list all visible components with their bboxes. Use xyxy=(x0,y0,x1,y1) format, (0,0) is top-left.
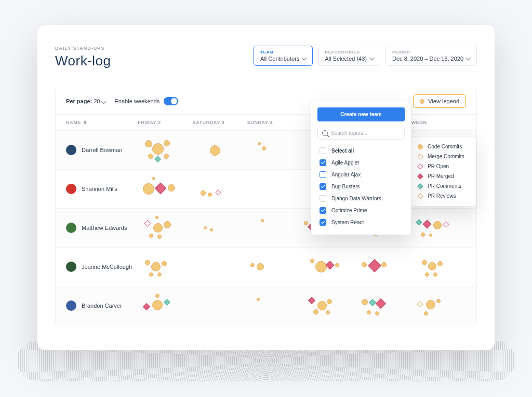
checkbox-icon xyxy=(320,159,326,166)
select-all-row[interactable]: Select all xyxy=(317,145,405,157)
avatar xyxy=(66,184,76,194)
eyebrow: DAILY STAND-UPS xyxy=(55,46,111,51)
chevron-down-icon xyxy=(466,56,471,61)
user-name: Darrell Bowman xyxy=(82,147,122,153)
legend-label: PR Comments xyxy=(428,183,461,189)
avatar xyxy=(66,300,76,311)
team-option-label: Optimize Prime xyxy=(331,208,367,213)
weekends-label: Enable weekends xyxy=(115,98,160,104)
column-day[interactable]: WEDN xyxy=(411,120,466,125)
filter-team[interactable]: TEAM All Contributors xyxy=(254,46,313,66)
checkbox-icon xyxy=(320,183,326,190)
team-option[interactable]: Agile Applet xyxy=(317,157,405,169)
legend-item: PR Reviews xyxy=(418,191,470,201)
chevron-down-icon xyxy=(369,56,375,61)
column-day[interactable]: SATURDAY 3 xyxy=(192,120,247,125)
team-option[interactable]: System React xyxy=(317,216,405,228)
legend-item: PR Comments xyxy=(418,181,470,191)
legend-shape-icon xyxy=(418,154,423,159)
team-option[interactable]: Bug Busters xyxy=(317,181,405,193)
legend-shape-icon xyxy=(417,183,423,189)
team-option[interactable]: Angular Ajax xyxy=(317,169,405,181)
filter-repositories[interactable]: REPOSITORIES All Selected (43) xyxy=(318,46,380,66)
checkbox-icon xyxy=(320,195,326,202)
user-name: Brandon Carver xyxy=(82,303,122,309)
filter-period-label: PERIOD xyxy=(392,50,470,54)
team-option[interactable]: Django Data Warriors xyxy=(317,193,405,204)
user-name: Matthew Edwards xyxy=(82,225,127,231)
search-icon xyxy=(322,130,328,136)
page-title: Work-log xyxy=(55,53,111,69)
legend-label: PR Open xyxy=(428,163,449,169)
checkbox-icon xyxy=(320,207,326,214)
legend-shape-icon xyxy=(418,144,423,149)
legend-label: Merge Commits xyxy=(428,154,464,159)
user-name: Joanne McCullough xyxy=(82,264,132,270)
checkbox-icon xyxy=(320,147,326,154)
filter-repos-label: REPOSITORIES xyxy=(325,50,374,54)
team-option[interactable]: Optimize Prime xyxy=(317,204,405,216)
view-legend-button[interactable]: View legend xyxy=(413,94,466,108)
avatar xyxy=(66,223,76,233)
create-team-button[interactable]: Create new team xyxy=(317,107,405,121)
filter-period-value: Dec 8, 2020 – Dec 16, 2020 xyxy=(392,56,463,62)
chevron-down-icon xyxy=(101,99,106,104)
worklog-table: Per page: 20 Enable weekends View legend… xyxy=(55,88,477,325)
chevron-down-icon xyxy=(302,56,307,61)
table-row: Brandon Carver xyxy=(56,286,476,325)
filter-team-label: TEAM xyxy=(260,50,306,54)
checkbox-icon xyxy=(320,171,326,178)
team-option-label: Django Data Warriors xyxy=(331,196,381,201)
avatar xyxy=(66,262,76,272)
legend-shape-icon xyxy=(417,173,423,179)
legend-item: Merge Commits xyxy=(418,152,470,161)
table-row: Joanne McCullough xyxy=(56,247,476,286)
team-option-label: Agile Applet xyxy=(331,160,359,166)
legend-popover: Code CommitsMerge CommitsPR OpenPR Merge… xyxy=(411,136,476,207)
legend-shape-icon xyxy=(417,163,423,169)
team-search[interactable] xyxy=(317,127,405,140)
per-page-label: Per page: xyxy=(66,98,92,104)
legend-label: PR Merged xyxy=(428,173,454,179)
legend-button-label: View legend xyxy=(428,98,459,104)
legend-item: Code Commits xyxy=(418,142,470,152)
legend-label: PR Reviews xyxy=(428,193,456,199)
filter-team-value: All Contributors xyxy=(260,56,299,62)
avatar xyxy=(66,145,76,155)
team-option-label: Bug Busters xyxy=(331,184,360,189)
team-search-input[interactable] xyxy=(331,130,400,136)
weekends-toggle[interactable] xyxy=(164,97,178,105)
team-dropdown: Create new team Select all Agile AppletA… xyxy=(311,101,411,235)
column-day[interactable]: SUNDAY 4 xyxy=(247,120,302,125)
per-page-select[interactable]: 20 xyxy=(94,98,105,104)
legend-dot-icon xyxy=(420,99,424,104)
team-option-label: System React xyxy=(331,220,364,225)
column-day[interactable]: FRIDAY 2 xyxy=(138,120,192,125)
select-all-label: Select all xyxy=(331,148,354,154)
table-row: Matthew Edwards xyxy=(56,208,476,247)
team-option-label: Angular Ajax xyxy=(331,172,361,177)
filter-repos-value: All Selected (43) xyxy=(325,56,367,62)
user-name: Shannon Mills xyxy=(82,186,117,192)
legend-item: PR Merged xyxy=(418,171,470,181)
legend-label: Code Commits xyxy=(428,144,462,149)
column-name[interactable]: NAME⇅ xyxy=(66,120,138,125)
checkbox-icon xyxy=(320,219,326,226)
sort-icon: ⇅ xyxy=(83,120,87,125)
legend-shape-icon xyxy=(417,193,423,199)
filter-period[interactable]: PERIOD Dec 8, 2020 – Dec 16, 2020 xyxy=(385,46,477,66)
legend-item: PR Open xyxy=(418,161,470,171)
main-panel: DAILY STAND-UPS Work-log TEAM All Contri… xyxy=(37,25,495,350)
